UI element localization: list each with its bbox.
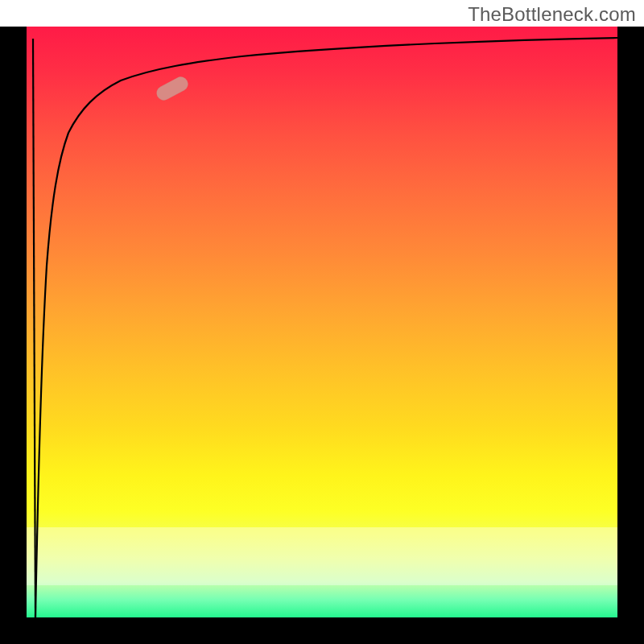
chart-container: TheBottleneck.com <box>0 0 644 644</box>
attribution-label: TheBottleneck.com <box>468 3 636 26</box>
axis-frame-bottom <box>0 617 644 644</box>
axis-frame-right <box>617 27 644 644</box>
plot-white-band <box>27 527 617 585</box>
axis-frame-left <box>0 27 27 644</box>
